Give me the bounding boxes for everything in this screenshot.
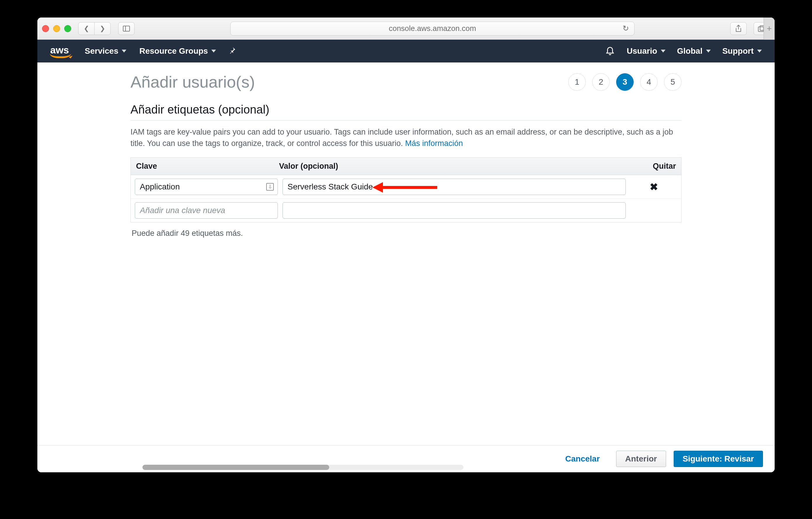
tag-table: Clave Valor (opcional) Quitar ⇩ bbox=[130, 157, 682, 223]
col-key-header: Clave bbox=[131, 157, 274, 175]
support-label: Support bbox=[722, 47, 754, 56]
section-title: Añadir etiquetas (opcional) bbox=[130, 103, 682, 120]
new-tab-button[interactable]: + bbox=[763, 18, 775, 40]
col-value-header: Valor (opcional) bbox=[274, 157, 635, 175]
back-button[interactable]: ❮ bbox=[78, 22, 94, 35]
share-button[interactable] bbox=[730, 22, 747, 35]
window-controls bbox=[42, 25, 71, 32]
remove-tag-icon[interactable]: ✖ bbox=[650, 181, 658, 192]
next-button[interactable]: Siguiente: Revisar bbox=[674, 451, 763, 467]
col-remove-header: Quitar bbox=[635, 157, 681, 175]
account-label: Usuario bbox=[627, 47, 657, 56]
wizard-steps: 12345 bbox=[568, 73, 682, 91]
tag-value-input[interactable] bbox=[283, 179, 626, 195]
tag-row: ⇩ ✖ bbox=[131, 175, 681, 199]
region-label: Global bbox=[677, 47, 702, 56]
chevron-down-icon bbox=[661, 50, 665, 53]
chevron-down-icon bbox=[706, 50, 711, 53]
tag-table-header: Clave Valor (opcional) Quitar bbox=[131, 157, 681, 175]
scrollbar-thumb[interactable] bbox=[142, 465, 329, 470]
previous-button[interactable]: Anterior bbox=[616, 451, 666, 467]
support-menu[interactable]: Support bbox=[722, 47, 762, 56]
more-info-link[interactable]: Más información bbox=[405, 139, 463, 148]
chevron-down-icon bbox=[757, 50, 762, 53]
aws-logo[interactable]: aws bbox=[50, 45, 69, 58]
new-tag-key-input[interactable] bbox=[135, 202, 278, 219]
cancel-button[interactable]: Cancelar bbox=[556, 451, 608, 467]
wizard-step-2[interactable]: 2 bbox=[592, 73, 610, 91]
sidebar-toggle-button[interactable] bbox=[118, 22, 135, 35]
maximize-window-icon[interactable] bbox=[64, 25, 71, 32]
wizard-footer: Cancelar Anterior Siguiente: Revisar bbox=[37, 445, 775, 472]
url-text: console.aws.amazon.com bbox=[389, 24, 476, 33]
url-bar[interactable]: console.aws.amazon.com ↻ bbox=[230, 22, 635, 36]
safari-toolbar: ❮ ❯ console.aws.amazon.com ↻ + bbox=[37, 18, 775, 40]
horizontal-scrollbar[interactable] bbox=[142, 465, 464, 470]
services-menu[interactable]: Services bbox=[85, 47, 126, 56]
region-menu[interactable]: Global bbox=[677, 47, 711, 56]
chevron-down-icon bbox=[122, 50, 126, 53]
forward-button[interactable]: ❯ bbox=[94, 22, 111, 35]
pin-icon[interactable] bbox=[229, 47, 236, 55]
browser-window: ❮ ❯ console.aws.amazon.com ↻ + aws Servi… bbox=[37, 18, 775, 472]
account-menu[interactable]: Usuario bbox=[627, 47, 665, 56]
tag-key-input[interactable] bbox=[135, 179, 278, 195]
notifications-icon[interactable] bbox=[605, 45, 615, 57]
resource-groups-menu[interactable]: Resource Groups bbox=[139, 47, 216, 56]
sidebar-icon bbox=[123, 26, 130, 31]
new-tag-value-input[interactable] bbox=[283, 202, 626, 219]
wizard-step-4[interactable]: 4 bbox=[640, 73, 658, 91]
page-title: Añadir usuario(s) bbox=[130, 73, 255, 91]
remaining-tags-text: Puede añadir 49 etiquetas más. bbox=[130, 229, 682, 238]
close-window-icon[interactable] bbox=[42, 25, 49, 32]
wizard-step-3[interactable]: 3 bbox=[616, 73, 634, 91]
svg-rect-2 bbox=[758, 27, 763, 31]
tag-row-new bbox=[131, 199, 681, 222]
title-row: Añadir usuario(s) 12345 bbox=[130, 73, 682, 91]
resource-groups-label: Resource Groups bbox=[139, 47, 208, 56]
chevron-down-icon bbox=[211, 50, 216, 53]
description-text: IAM tags are key-value pairs you can add… bbox=[130, 127, 673, 148]
content-area: Añadir usuario(s) 12345 Añadir etiquetas… bbox=[37, 62, 775, 472]
aws-top-nav: aws Services Resource Groups Usuario Glo… bbox=[37, 40, 775, 62]
nav-back-forward: ❮ ❯ bbox=[78, 22, 111, 35]
share-icon bbox=[735, 25, 742, 32]
wizard-step-1[interactable]: 1 bbox=[568, 73, 586, 91]
svg-rect-0 bbox=[123, 26, 129, 31]
section-description: IAM tags are key-value pairs you can add… bbox=[130, 126, 682, 149]
wizard-step-5[interactable]: 5 bbox=[664, 73, 682, 91]
autocomplete-icon: ⇩ bbox=[266, 183, 274, 191]
reload-icon[interactable]: ↻ bbox=[622, 24, 629, 33]
services-label: Services bbox=[85, 47, 118, 56]
minimize-window-icon[interactable] bbox=[53, 25, 60, 32]
